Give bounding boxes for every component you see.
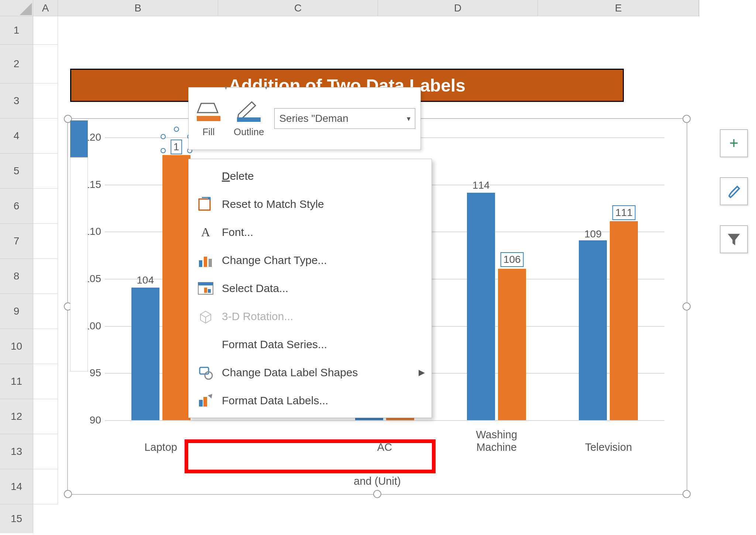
data-label-selected[interactable]: 1 xyxy=(171,140,182,154)
svg-rect-2 xyxy=(199,199,210,210)
bar-supply-tv[interactable] xyxy=(579,240,607,420)
svg-rect-10 xyxy=(200,367,209,374)
row-header-12[interactable]: 12 xyxy=(0,399,33,434)
row-header-9[interactable]: 9 xyxy=(0,294,33,329)
row-header-4[interactable]: 4 xyxy=(0,119,33,154)
svg-rect-3 xyxy=(199,260,202,267)
selection-handle[interactable] xyxy=(683,115,691,123)
bar-demand-tv[interactable] xyxy=(610,221,638,420)
bar-demand-laptop[interactable] xyxy=(162,155,190,420)
chevron-down-icon: ▾ xyxy=(407,114,410,123)
ctx-3d-rotation-label: 3-D Rotation... xyxy=(222,310,293,323)
ctx-font-label: Font... xyxy=(222,226,253,239)
x-category: Washing Machine xyxy=(460,429,533,453)
series-selector[interactable]: Series "Deman ▾ xyxy=(274,108,415,129)
ytick: 90 xyxy=(75,414,101,426)
ctx-font[interactable]: A Font... xyxy=(189,218,432,246)
ctx-reset-label: Reset to Match Style xyxy=(222,198,324,210)
select-data-icon xyxy=(197,279,214,297)
row-header-14[interactable]: 14 xyxy=(0,469,33,504)
selection-handle[interactable] xyxy=(64,490,72,498)
context-menu: D Delete /*placeholder*/ Delete Reset to… xyxy=(188,159,432,418)
row-header-13[interactable]: 13 xyxy=(0,434,33,469)
col-header-B[interactable]: B xyxy=(58,0,218,16)
col-header-C[interactable]: C xyxy=(218,0,378,16)
legend-fragment: and (Unit) xyxy=(68,475,687,487)
svg-rect-7 xyxy=(198,282,213,285)
bar-supply-laptop[interactable] xyxy=(131,288,159,420)
ctx-change-label-shapes[interactable]: Change Data Label Shapes ▶ xyxy=(189,359,432,387)
funnel-icon xyxy=(726,231,742,247)
svg-rect-0 xyxy=(197,116,220,121)
blue-corner xyxy=(70,120,88,157)
chart-style-brush-button[interactable] xyxy=(720,177,748,205)
row-header-8[interactable]: 8 xyxy=(0,259,33,294)
col-header-D[interactable]: D xyxy=(378,0,538,16)
col-header-E[interactable]: E xyxy=(538,0,699,16)
outline-button[interactable]: ▾ Outline xyxy=(234,100,264,138)
col-header-A[interactable]: A xyxy=(33,0,58,16)
blank-icon xyxy=(197,336,214,353)
fill-button[interactable]: ▾ Fill xyxy=(194,100,223,138)
bar-demand-wm[interactable] xyxy=(498,269,526,420)
chart-type-icon xyxy=(197,251,214,269)
plus-icon: + xyxy=(729,134,739,152)
data-label-selected[interactable]: 111 xyxy=(612,205,636,220)
data-label: 114 xyxy=(466,179,496,191)
svg-rect-12 xyxy=(199,400,203,407)
svg-rect-9 xyxy=(208,289,211,293)
svg-rect-4 xyxy=(204,257,207,267)
bar-supply-wm[interactable] xyxy=(467,193,495,420)
selection-handle[interactable] xyxy=(683,302,691,311)
row-header-6[interactable]: 6 xyxy=(0,189,33,224)
submenu-arrow-icon: ▶ xyxy=(419,368,425,377)
reset-icon xyxy=(197,195,214,213)
ctx-change-label-shapes-label: Change Data Label Shapes xyxy=(222,366,358,379)
font-icon: A xyxy=(197,223,214,241)
ctx-select-data[interactable]: Select Data... xyxy=(189,274,432,302)
ctx-change-chart-type[interactable]: Change Chart Type... xyxy=(189,246,432,274)
selection-handle[interactable] xyxy=(683,490,691,498)
fill-label: Fill xyxy=(202,126,214,138)
blank-icon xyxy=(197,167,214,185)
selection-handle[interactable] xyxy=(373,490,381,498)
row-header-2[interactable]: 2 xyxy=(0,45,33,83)
ctx-format-data-labels[interactable]: Format Data Labels... xyxy=(189,387,432,415)
cube-icon xyxy=(197,308,214,325)
data-label: 109 xyxy=(578,228,608,240)
data-label: 104 xyxy=(131,274,160,286)
row-header-3[interactable]: 3 xyxy=(0,83,33,119)
x-category: AC xyxy=(348,441,422,453)
ctx-format-data-labels-label: Format Data Labels... xyxy=(222,394,328,407)
chart-filter-funnel-button[interactable] xyxy=(720,225,748,253)
outline-icon xyxy=(234,100,264,124)
svg-rect-1 xyxy=(237,117,261,122)
series-selector-text: Series "Deman xyxy=(279,113,348,124)
ctx-reset[interactable]: Reset to Match Style xyxy=(189,190,432,218)
row-header-15[interactable]: 15 xyxy=(0,504,33,533)
svg-rect-8 xyxy=(204,288,207,293)
outline-label: Outline xyxy=(234,126,264,138)
x-category: Television xyxy=(571,441,645,453)
x-category: Laptop xyxy=(124,441,198,453)
ctx-select-data-label: Select Data... xyxy=(222,282,288,295)
chart-element-plus-button[interactable]: + xyxy=(720,129,748,157)
white-corner xyxy=(70,157,88,371)
brush-icon xyxy=(726,183,742,199)
row-header-10[interactable]: 10 xyxy=(0,329,33,364)
svg-rect-13 xyxy=(203,397,207,407)
svg-rect-5 xyxy=(209,259,212,267)
data-label-selected[interactable]: 106 xyxy=(501,252,524,267)
ctx-change-chart-type-label: Change Chart Type... xyxy=(222,254,327,267)
ctx-format-series[interactable]: Format Data Series... xyxy=(189,330,432,359)
row-header-1[interactable]: 1 xyxy=(0,16,33,45)
ctx-delete[interactable]: D Delete /*placeholder*/ Delete xyxy=(189,162,432,190)
fill-icon xyxy=(194,100,223,124)
mini-toolbar: ▾ Fill ▾ Outline Series "Deman ▾ xyxy=(188,87,421,150)
select-all-corner[interactable] xyxy=(0,0,33,16)
row-header-5[interactable]: 5 xyxy=(0,154,33,189)
row-header-11[interactable]: 11 xyxy=(0,364,33,399)
shape-icon xyxy=(197,364,214,381)
row-header-7[interactable]: 7 xyxy=(0,224,33,259)
ctx-delete-label: Delete xyxy=(222,170,254,182)
